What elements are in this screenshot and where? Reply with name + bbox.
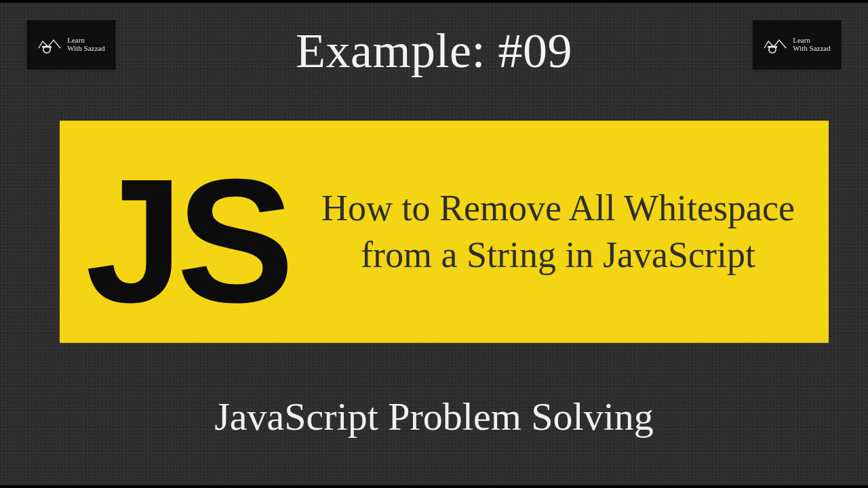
example-label: Example: #09 [0,23,868,79]
title-banner: JS How to Remove All Whitespace from a S… [60,121,829,343]
thumbnail-stage: Learn With Sazzad Learn With Sazzad Exam… [0,0,868,488]
series-title: JavaScript Problem Solving [0,394,868,439]
lesson-title: How to Remove All Whitespace from a Stri… [297,185,829,279]
js-badge: JS [60,152,297,336]
